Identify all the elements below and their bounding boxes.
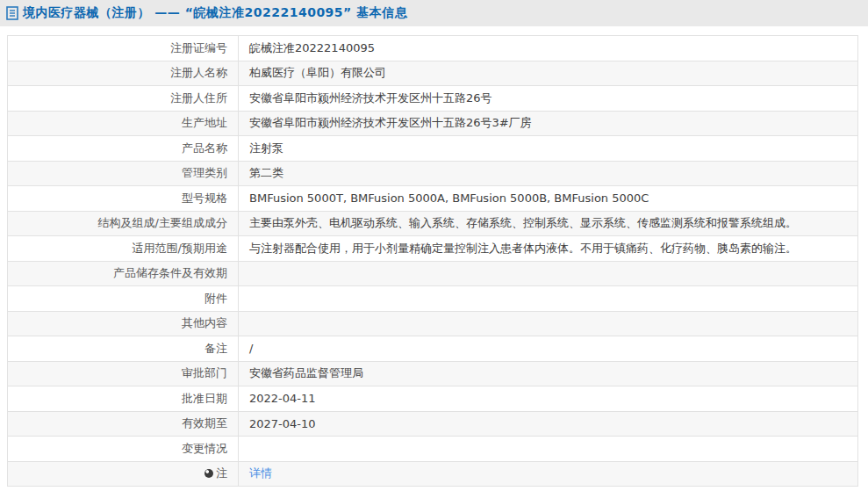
registration-table-body: 注册证编号皖械注准20222140095注册人名称柏威医疗（阜阳）有限公司注册人… [8, 36, 858, 487]
row-label: 其他内容 [8, 311, 239, 336]
table-row: 管理类别第二类 [8, 161, 858, 186]
row-label: 管理类别 [8, 161, 239, 186]
row-value: 2027-04-10 [239, 411, 858, 437]
row-value [239, 261, 858, 286]
row-value: 安徽省药品监督管理局 [239, 361, 858, 386]
row-label: 生产地址 [8, 111, 239, 136]
note-bullet-icon [204, 469, 213, 478]
row-label: 注册证编号 [8, 36, 239, 61]
table-row: 注册证编号皖械注准20222140095 [8, 36, 858, 61]
detail-link[interactable]: 详情 [249, 466, 272, 480]
table-row: 其他内容 [8, 311, 858, 336]
row-label: 有效期至 [8, 411, 239, 437]
table-row: 变更情况 [8, 437, 858, 462]
row-label: 注 [8, 461, 239, 487]
table-row: 结构及组成/主要组成成分主要由泵外壳、电机驱动系统、输入系统、存储系统、控制系统… [8, 211, 858, 236]
document-icon [6, 6, 18, 20]
row-value: 注射泵 [239, 136, 858, 162]
table-row: 审批部门安徽省药品监督管理局 [8, 361, 858, 386]
table-row: 型号规格BMFusion 5000T, BMFusion 5000A, BMFu… [8, 186, 858, 212]
row-value [239, 437, 858, 462]
table-row: 生产地址安徽省阜阳市颍州经济技术开发区州十五路26号3#厂房 [8, 111, 858, 136]
row-value: / [239, 336, 858, 362]
row-label: 产品名称 [8, 136, 239, 162]
table-row: 注册人名称柏威医疗（阜阳）有限公司 [8, 61, 858, 86]
row-value: 安徽省阜阳市颍州经济技术开发区州十五路26号3#厂房 [239, 111, 858, 136]
row-label: 结构及组成/主要组成成分 [8, 211, 239, 236]
table-row: 适用范围/预期用途与注射器配合使用，用于小剂量精确定量控制注入患者体内液体。不用… [8, 236, 858, 262]
row-value: 与注射器配合使用，用于小剂量精确定量控制注入患者体内液体。不用于镇痛药、化疗药物… [239, 236, 858, 262]
row-value: 安徽省阜阳市颍州经济技术开发区州十五路26号 [239, 86, 858, 112]
row-label: 型号规格 [8, 186, 239, 212]
row-label: 批准日期 [8, 386, 239, 412]
row-value [239, 286, 858, 312]
table-row: 附件 [8, 286, 858, 312]
row-label: 变更情况 [8, 437, 239, 462]
row-value: 柏威医疗（阜阳）有限公司 [239, 61, 858, 86]
row-label: 附件 [8, 286, 239, 312]
page-header: 境内医疗器械（注册） —— “皖械注准20222140095” 基本信息 [0, 0, 868, 26]
page-title: 境内医疗器械（注册） —— “皖械注准20222140095” 基本信息 [23, 5, 407, 21]
row-label: 审批部门 [8, 361, 239, 386]
table-row: 产品名称注射泵 [8, 136, 858, 162]
row-label: 产品储存条件及有效期 [8, 261, 239, 286]
table-row: 批准日期2022-04-11 [8, 386, 858, 412]
table-row: 注册人住所安徽省阜阳市颍州经济技术开发区州十五路26号 [8, 86, 858, 112]
row-value: 皖械注准20222140095 [239, 36, 858, 61]
row-value: BMFusion 5000T, BMFusion 5000A, BMFusion… [239, 186, 858, 212]
row-value: 详情 [239, 461, 858, 487]
table-row: 有效期至2027-04-10 [8, 411, 858, 437]
row-value: 2022-04-11 [239, 386, 858, 412]
table-row: 注详情 [8, 461, 858, 487]
row-label: 注册人住所 [8, 86, 239, 112]
table-row: 产品储存条件及有效期 [8, 261, 858, 286]
registration-table: 注册证编号皖械注准20222140095注册人名称柏威医疗（阜阳）有限公司注册人… [7, 35, 858, 487]
row-label: 注册人名称 [8, 61, 239, 86]
row-label: 适用范围/预期用途 [8, 236, 239, 262]
row-label: 备注 [8, 336, 239, 362]
row-value: 主要由泵外壳、电机驱动系统、输入系统、存储系统、控制系统、显示系统、传感监测系统… [239, 211, 858, 236]
row-value [239, 311, 858, 336]
table-row: 备注/ [8, 336, 858, 362]
row-value: 第二类 [239, 161, 858, 186]
